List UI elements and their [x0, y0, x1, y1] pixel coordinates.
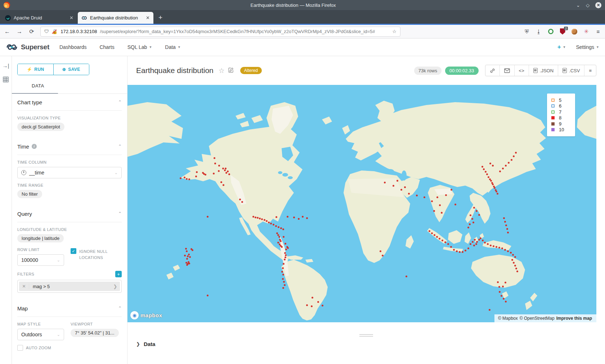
- edit-properties-icon[interactable]: [228, 67, 234, 74]
- chevron-down-icon: ▼: [563, 45, 566, 49]
- earthquake-point: [186, 258, 188, 260]
- auto-zoom-checkbox[interactable]: [17, 345, 23, 351]
- superset-logo[interactable]: Superset: [6, 43, 49, 51]
- earthquake-point: [185, 248, 187, 250]
- lonlat-value[interactable]: longitude | latitude: [17, 234, 64, 242]
- legend-swatch-icon: [551, 128, 555, 131]
- menu-icon[interactable]: ≡: [595, 28, 601, 35]
- superset-favicon-icon: [81, 15, 87, 21]
- tab-apache-druid[interactable]: Apache Druid ✕: [1, 12, 77, 24]
- save-button[interactable]: ⊕SAVE: [53, 64, 89, 75]
- legend-item[interactable]: 9: [551, 121, 575, 127]
- ignore-null-checkbox[interactable]: ✓: [71, 248, 76, 254]
- earthquake-point: [439, 238, 440, 240]
- cookie-extension-icon[interactable]: [571, 28, 578, 35]
- attribution-mapbox-link[interactable]: © Mapbox: [498, 316, 518, 321]
- row-limit-select[interactable]: 100000 ⌄: [17, 254, 64, 266]
- earthquake-point: [478, 239, 480, 241]
- section-point-size[interactable]: Point Size ⌄: [17, 358, 122, 364]
- legend-item[interactable]: 8: [551, 115, 575, 121]
- pocket-shield-icon[interactable]: ⛨: [524, 28, 530, 35]
- time-column-select[interactable]: __time ⌄: [17, 167, 122, 178]
- embed-code-icon[interactable]: <>: [515, 65, 529, 76]
- close-icon[interactable]: ✕: [595, 2, 601, 8]
- earthquake-point: [275, 216, 277, 218]
- tab-earthquake-distribution[interactable]: Earthquake distribution ✕: [78, 12, 153, 24]
- earthquake-point: [180, 177, 182, 179]
- email-button[interactable]: [500, 65, 515, 76]
- adblock-shield-icon[interactable]: 2: [559, 28, 566, 35]
- viewport-value[interactable]: 7° 35' 54.02" | 31...: [71, 329, 119, 337]
- collapse-panel-icon[interactable]: →|: [3, 63, 9, 69]
- remove-filter-icon[interactable]: ✕: [19, 284, 29, 289]
- improve-map-link[interactable]: Improve this map: [556, 316, 592, 321]
- earthquake-point: [283, 263, 284, 265]
- pane-drag-handle[interactable]: [359, 333, 373, 338]
- map-canvas[interactable]: 5678910 ◉ mapbox © Mapbox © OpenStreetMa…: [127, 85, 596, 322]
- earthquake-point: [485, 171, 487, 173]
- viz-type-value[interactable]: deck.gl Scatterplot: [17, 123, 64, 131]
- downloads-icon[interactable]: ⭳: [535, 28, 542, 35]
- bookmark-star-icon[interactable]: ☆: [392, 29, 396, 34]
- tracking-shield-icon[interactable]: 🛡: [44, 29, 49, 34]
- file-icon: [533, 68, 538, 73]
- mapbox-logo[interactable]: ◉ mapbox: [130, 311, 162, 319]
- insecure-lock-icon[interactable]: 🔒: [52, 29, 58, 34]
- section-chart-type[interactable]: Chart type ⌃: [17, 94, 122, 111]
- forward-icon[interactable]: →: [16, 28, 23, 35]
- earthquake-point: [283, 236, 284, 238]
- settings-menu[interactable]: Settings▼: [576, 44, 599, 50]
- tab-close-icon[interactable]: ✕: [146, 15, 150, 21]
- chevron-up-icon: ⌃: [118, 100, 122, 105]
- nav-dashboards[interactable]: Dashboards: [59, 44, 87, 50]
- earthquake-point: [224, 169, 226, 171]
- chevron-down-icon: ▼: [596, 45, 599, 49]
- nav-charts[interactable]: Charts: [99, 44, 114, 50]
- chart-menu-icon[interactable]: ≡: [584, 65, 596, 76]
- chevron-right-icon[interactable]: ❯: [111, 284, 120, 289]
- maximize-icon[interactable]: ◇: [586, 3, 590, 8]
- earthquake-point: [192, 249, 193, 251]
- nav-sql-lab[interactable]: SQL Lab▼: [127, 44, 152, 50]
- earthquake-point: [453, 249, 455, 251]
- export-csv-button[interactable]: .CSV: [558, 65, 584, 76]
- legend-item[interactable]: 5: [551, 97, 575, 103]
- minimize-icon[interactable]: ⌄: [576, 3, 580, 8]
- earthquake-point: [380, 250, 381, 252]
- legend-item[interactable]: 7: [551, 109, 575, 115]
- attribution-osm-link[interactable]: © OpenStreetMap: [520, 316, 555, 321]
- reload-icon[interactable]: ⟳: [28, 28, 35, 35]
- tab-close-icon[interactable]: ✕: [70, 15, 73, 21]
- altered-badge[interactable]: Altered: [240, 67, 262, 74]
- export-json-button[interactable]: .JSON: [529, 65, 558, 76]
- earthquake-point: [469, 223, 471, 225]
- new-tab-button[interactable]: +: [154, 14, 167, 24]
- earthquake-point: [228, 173, 230, 175]
- legend-item[interactable]: 6: [551, 103, 575, 109]
- url-bar[interactable]: 🛡 🔒 172.18.0.3:32108/superset/explore/?f…: [40, 27, 400, 37]
- copy-link-button[interactable]: [485, 65, 500, 76]
- favorite-star-icon[interactable]: ☆: [219, 67, 225, 75]
- data-panel-toggle[interactable]: ❯ Data: [136, 341, 155, 347]
- legend-item[interactable]: 10: [551, 127, 575, 133]
- filter-chip[interactable]: ✕ mag > 5 ❯: [19, 282, 120, 291]
- run-button[interactable]: ⚡RUN: [18, 64, 53, 75]
- dataset-grid-icon[interactable]: [3, 77, 9, 83]
- earthquake-point: [186, 178, 188, 180]
- time-range-value[interactable]: No filter: [17, 190, 42, 198]
- nav-data[interactable]: Data▼: [165, 44, 181, 50]
- tab-data[interactable]: DATA: [32, 83, 44, 88]
- section-time[interactable]: Timei ⌃: [17, 138, 122, 155]
- earthquake-point: [207, 295, 209, 296]
- earthquake-point: [218, 165, 220, 167]
- extension-green-icon[interactable]: [547, 28, 554, 35]
- add-new-button[interactable]: +▼: [557, 44, 566, 51]
- map-style-select[interactable]: Outdoors ⌄: [17, 329, 64, 340]
- row-limit-label: ROW LIMIT: [17, 247, 64, 252]
- section-map[interactable]: Map ⌃: [17, 300, 122, 317]
- back-icon[interactable]: ←: [4, 28, 11, 35]
- add-filter-button[interactable]: +: [115, 271, 122, 277]
- earthquake-point: [508, 162, 510, 164]
- pinwheel-extension-icon[interactable]: ✳: [583, 28, 590, 35]
- section-query[interactable]: Query ⌃: [17, 205, 122, 222]
